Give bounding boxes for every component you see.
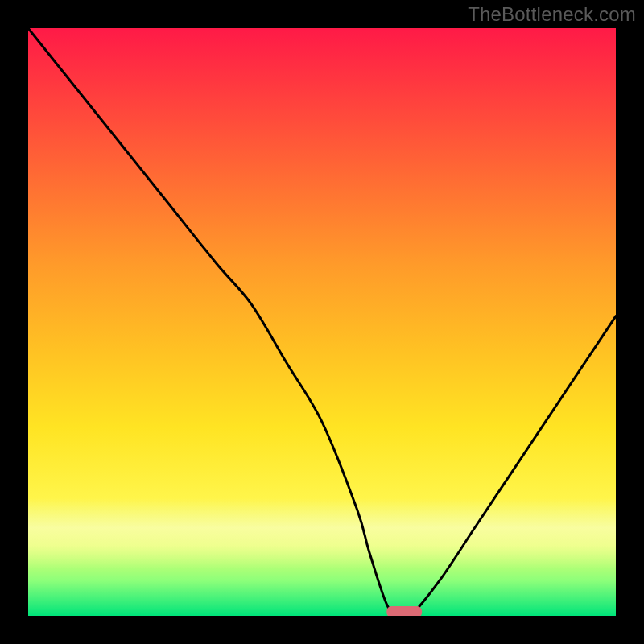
optimal-marker — [28, 28, 616, 616]
watermark-text: TheBottleneck.com — [468, 3, 636, 26]
chart-frame: TheBottleneck.com — [0, 0, 644, 644]
plot-area — [28, 28, 616, 616]
optimal-marker-rect — [386, 606, 422, 616]
